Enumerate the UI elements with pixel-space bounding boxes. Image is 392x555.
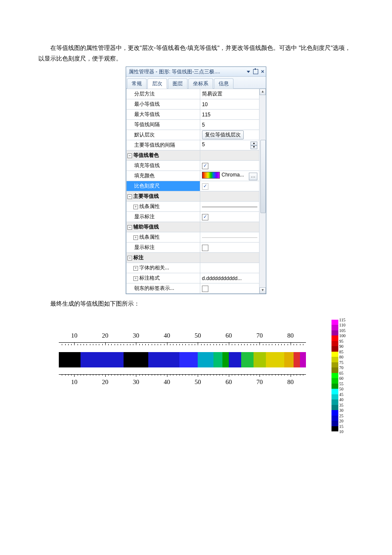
fill-contour-checkbox[interactable]: ✓ [202, 163, 208, 169]
axis-tick-label: 80 [287, 379, 294, 386]
east-label-checkbox[interactable] [202, 286, 208, 292]
expand-icon[interactable]: + [133, 276, 138, 281]
scroll-down-icon[interactable]: ▼ [259, 287, 266, 294]
panel-tabs: 常规 层次 图层 坐标系 信息 [126, 77, 266, 89]
pin-icon[interactable] [253, 69, 258, 74]
axis-tick-label: 30 [133, 379, 139, 386]
panel-titlebar[interactable]: 属性管理器 - 图形: 等值线图-三点三极.... × [126, 67, 266, 77]
legend-tick-label: 90 [339, 344, 346, 350]
legend-tick-label: 105 [339, 328, 346, 334]
legend-tick-label: 100 [339, 333, 346, 339]
spinner-icon[interactable]: ▲▼ [251, 142, 257, 149]
layer-method-value[interactable]: 简易设置 [200, 89, 259, 99]
row-fill-color: 填充颜色 Chroma... … [127, 171, 259, 181]
aux-line-sample[interactable] [200, 232, 259, 243]
contour-interval-value[interactable]: 5 [200, 120, 259, 130]
legend-tick-label: 45 [339, 392, 346, 398]
contour-interval-label: 等值线间隔 [127, 120, 200, 130]
min-contour-label: 最小等值线 [127, 99, 200, 110]
max-contour-value[interactable]: 115 [200, 110, 259, 120]
legend-tick-label: 65 [339, 371, 346, 376]
legend-tick-label: 60 [339, 376, 346, 382]
gradient-swatch-icon [202, 172, 220, 179]
axis-tick-label: 50 [195, 332, 201, 339]
legend-tick-label: 25 [339, 413, 346, 419]
layer-method-label: 分层方法 [127, 89, 200, 99]
reset-levels-button[interactable]: 复位等值线层次 [202, 130, 244, 139]
row-east-label: 朝东的标签表示... [127, 283, 259, 294]
aux-show-label-checkbox[interactable] [202, 245, 208, 251]
major-interval-value[interactable]: 5 ▲▼ [200, 140, 259, 150]
aux-line-prop-label[interactable]: +线条属性 [127, 232, 200, 243]
collapse-icon[interactable]: − [127, 256, 132, 260]
legend-tick-label: 40 [339, 397, 346, 403]
row-major-interval: 主要等值线的间隔 5 ▲▼ [127, 140, 259, 150]
tab-coords[interactable]: 坐标系 [188, 78, 213, 89]
scroll-thumb[interactable] [260, 140, 266, 213]
close-icon[interactable]: × [261, 67, 264, 76]
property-manager-panel: 属性管理器 - 图形: 等值线图-三点三极.... × 常规 层次 图层 坐标系… [126, 66, 266, 294]
major-show-label: 显示标注 [127, 212, 200, 222]
color-scale-checkbox[interactable]: ✓ [202, 183, 208, 190]
fill-contour-label: 填充等值线 [127, 161, 200, 171]
row-font-props: +字体的相关... [127, 263, 259, 273]
expand-icon[interactable]: + [133, 266, 138, 271]
major-line-sample[interactable] [200, 202, 259, 212]
legend-tick-label: 55 [339, 382, 346, 387]
legend-tick-label: 15 [339, 424, 346, 430]
row-aux-line-prop: +线条属性 [127, 232, 259, 243]
dropdown-icon[interactable] [247, 71, 250, 73]
expand-icon[interactable]: + [133, 205, 138, 209]
axis-tick-label: 10 [71, 332, 78, 339]
legend-tick-label: 115 [339, 318, 346, 323]
fill-color-value[interactable]: Chroma... … [200, 171, 259, 181]
min-contour-value[interactable]: 10 [200, 99, 259, 110]
east-label: 朝东的标签表示... [127, 283, 200, 294]
row-major-line-prop: +线条属性 [127, 202, 259, 212]
section-major-contour: −主要等值线 [127, 191, 259, 202]
section-contour-color-label: 等值线着色 [133, 152, 159, 158]
scroll-up-icon[interactable]: ▲ [259, 89, 266, 95]
max-contour-label: 最大等值线 [127, 110, 200, 120]
more-button[interactable]: … [249, 173, 257, 180]
major-line-prop-label[interactable]: +线条属性 [127, 202, 200, 212]
scrollbar[interactable]: ▲ ▼ [259, 89, 266, 294]
major-interval-label: 主要等值线的间隔 [127, 140, 200, 150]
row-aux-show-label: 显示标注 [127, 243, 259, 253]
major-show-label-checkbox[interactable]: ✓ [202, 214, 208, 220]
axis-tick-label: 10 [71, 379, 78, 386]
axis-tick-label: 60 [225, 332, 232, 339]
axis-tick-label: 70 [257, 379, 263, 386]
expand-icon[interactable]: + [133, 235, 138, 240]
section-aux-contour-label: 辅助等值线 [133, 224, 159, 230]
legend-tick-label: 85 [339, 350, 346, 355]
contour-plot: 1020304050607080 1020304050607080 115110… [38, 320, 354, 443]
tab-general[interactable]: 常规 [127, 78, 147, 89]
contour-band [59, 352, 306, 367]
default-levels-value: 复位等值线层次 [200, 130, 259, 140]
intro-paragraph: 在等值线图的属性管理器中，更改"层次-等值线着色-填充等值线"，并更改等值线颜色… [38, 43, 354, 64]
label-format-value[interactable]: d.ddddddddddd... [200, 273, 259, 283]
axis-tick-label: 40 [164, 379, 170, 386]
tab-info[interactable]: 信息 [214, 78, 233, 89]
axis-tick-label: 30 [133, 332, 139, 339]
property-grid: 分层方法 简易设置 最小等值线 10 最大等值线 115 等值线间隔 5 默认层… [126, 89, 259, 294]
axis-tick-label: 70 [257, 332, 263, 339]
tab-layer[interactable]: 图层 [168, 78, 187, 89]
font-props-label[interactable]: +字体的相关... [127, 263, 200, 273]
collapse-icon[interactable]: − [127, 225, 132, 230]
collapse-icon[interactable]: − [127, 194, 132, 199]
panel-title-text: 属性管理器 - 图形: 等值线图-三点三极.... [129, 67, 245, 76]
default-levels-label: 默认层次 [127, 130, 200, 140]
color-scale-label: 比色刻度尺 [127, 181, 200, 191]
row-fill-contour: 填充等值线 ✓ [127, 161, 259, 171]
axis-tick-label: 20 [102, 379, 108, 386]
legend-tick-label: 20 [339, 419, 346, 424]
result-caption: 最终生成的等值线图如下图所示： [38, 298, 354, 309]
legend-tick-label: 35 [339, 403, 346, 408]
tab-levels[interactable]: 层次 [147, 78, 167, 89]
label-format-label[interactable]: +标注格式 [127, 273, 200, 283]
collapse-icon[interactable]: − [127, 153, 132, 158]
legend-tick-label: 110 [339, 323, 346, 328]
axis-tick-label: 50 [195, 379, 201, 386]
